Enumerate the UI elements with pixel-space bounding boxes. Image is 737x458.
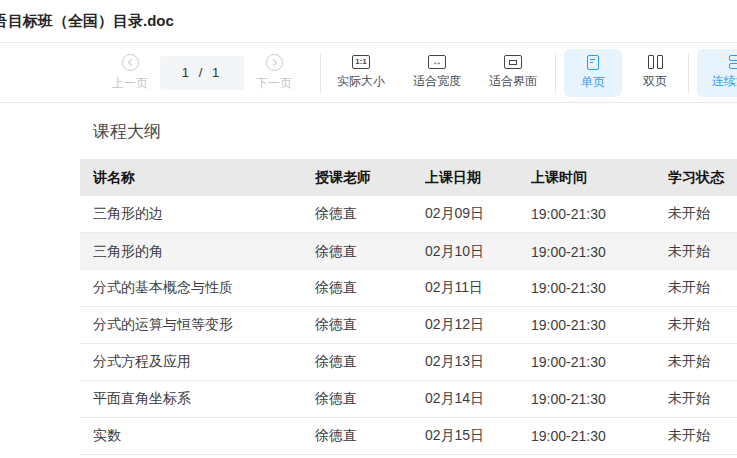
next-page-button[interactable]: 下一页 (252, 49, 296, 97)
cell-teacher: 徐德直 (315, 390, 425, 408)
cell-time: 19:00-21:30 (531, 317, 668, 333)
cell-teacher: 徐德直 (315, 353, 425, 371)
actual-size-label: 实际大小 (337, 73, 385, 90)
page-indicator-value: 1 / 1 (182, 65, 222, 80)
cell-date: 02月13日 (425, 353, 531, 371)
document-title-clipped-char: 语 (0, 12, 8, 31)
prev-page-button[interactable]: 上一页 (108, 49, 152, 97)
table-row: 实数 徐德直 02月15日 19:00-21:30 未开始 (80, 418, 737, 455)
cell-time: 19:00-21:30 (531, 354, 668, 370)
column-header: 上课时间 (531, 169, 668, 187)
column-header: 授课老师 (315, 169, 425, 187)
cell-time: 19:00-21:30 (531, 391, 668, 407)
continuous-scroll-icon (729, 55, 737, 69)
single-page-button[interactable]: 单页 (564, 49, 622, 97)
cell-status: 未开始 (668, 243, 737, 261)
cell-date: 02月12日 (425, 316, 531, 334)
cell-teacher: 徐德直 (315, 279, 425, 297)
cell-teacher: 徐德直 (315, 205, 425, 223)
cell-date: 02月15日 (425, 427, 531, 445)
column-header: 讲名称 (93, 169, 315, 187)
table-row: 平面直角坐标系 徐德直 02月14日 19:00-21:30 未开始 (80, 381, 737, 418)
prev-page-label: 上一页 (112, 75, 148, 92)
fit-page-icon (504, 55, 522, 69)
double-page-icon (648, 55, 663, 69)
course-outline-heading: 课程大纲 (93, 120, 737, 143)
cell-teacher: 徐德直 (315, 316, 425, 334)
chevron-left-circle-icon (122, 54, 139, 71)
fit-width-button[interactable]: ↔ 适合宽度 (405, 49, 469, 97)
cell-time: 19:00-21:30 (531, 206, 668, 222)
cell-date: 02月09日 (425, 205, 531, 223)
course-table: 讲名称授课老师上课日期上课时间学习状态 三角形的边 徐德直 02月09日 19:… (80, 159, 737, 455)
cell-lecture-name: 三角形的边 (93, 205, 315, 223)
cell-lecture-name: 分式的运算与恒等变形 (93, 316, 315, 334)
actual-size-icon: 1:1 (352, 55, 370, 69)
double-page-button[interactable]: 双页 (630, 49, 680, 97)
table-row: 分式方程及应用 徐德直 02月13日 19:00-21:30 未开始 (80, 344, 737, 381)
cell-teacher: 徐德直 (315, 427, 425, 445)
cell-status: 未开始 (668, 390, 737, 408)
cell-lecture-name: 分式方程及应用 (93, 353, 315, 371)
table-header-row: 讲名称授课老师上课日期上课时间学习状态 (80, 159, 737, 196)
column-header: 学习状态 (668, 169, 737, 187)
cell-time: 19:00-21:30 (531, 280, 668, 296)
table-row: 分式的基本概念与性质 徐德直 02月11日 19:00-21:30 未开始 (80, 270, 737, 307)
cell-status: 未开始 (668, 427, 737, 445)
fit-page-button[interactable]: 适合界面 (481, 49, 545, 97)
cell-status: 未开始 (668, 279, 737, 297)
cell-teacher: 徐德直 (315, 243, 425, 261)
cell-date: 02月10日 (425, 243, 531, 261)
double-page-label: 双页 (643, 73, 667, 90)
titlebar: 语目标班（全国）目录.doc (0, 0, 737, 42)
cell-lecture-name: 平面直角坐标系 (93, 390, 315, 408)
cell-date: 02月11日 (425, 279, 531, 297)
next-page-label: 下一页 (256, 75, 292, 92)
cell-lecture-name: 分式的基本概念与性质 (93, 279, 315, 297)
cell-date: 02月14日 (425, 390, 531, 408)
toolbar-divider (555, 53, 556, 93)
page-indicator[interactable]: 1 / 1 (160, 56, 244, 90)
document-title: 语目标班（全国）目录.doc (0, 12, 174, 31)
single-page-label: 单页 (581, 74, 605, 91)
chevron-right-circle-icon (266, 54, 283, 71)
table-row: 三角形的边 徐德直 02月09日 19:00-21:30 未开始 (80, 196, 737, 233)
cell-time: 19:00-21:30 (531, 428, 668, 444)
fit-width-label: 适合宽度 (413, 73, 461, 90)
toolbar-divider (688, 53, 689, 93)
cell-lecture-name: 三角形的角 (93, 243, 315, 261)
viewer-toolbar: 上一页 1 / 1 下一页 1:1 实际大小 ↔ 适合宽度 适合界面 单页 双页… (0, 42, 737, 103)
document-page: 课程大纲 讲名称授课老师上课日期上课时间学习状态 三角形的边 徐德直 02月09… (0, 103, 737, 455)
fit-width-icon: ↔ (428, 55, 446, 69)
continuous-scroll-label: 连续滚动 (712, 73, 737, 90)
table-row: 三角形的角 徐德直 02月10日 19:00-21:30 未开始 (80, 233, 737, 270)
cell-status: 未开始 (668, 205, 737, 223)
single-page-icon (587, 55, 599, 70)
column-header: 上课日期 (425, 169, 531, 187)
cell-time: 19:00-21:30 (531, 244, 668, 260)
fit-page-label: 适合界面 (489, 73, 537, 90)
continuous-scroll-button[interactable]: 连续滚动 (697, 49, 737, 97)
toolbar-divider (320, 53, 321, 93)
actual-size-button[interactable]: 1:1 实际大小 (329, 49, 393, 97)
cell-lecture-name: 实数 (93, 427, 315, 445)
table-body: 三角形的边 徐德直 02月09日 19:00-21:30 未开始 三角形的角 徐… (80, 196, 737, 455)
cell-status: 未开始 (668, 353, 737, 371)
table-row: 分式的运算与恒等变形 徐德直 02月12日 19:00-21:30 未开始 (80, 307, 737, 344)
cell-status: 未开始 (668, 316, 737, 334)
